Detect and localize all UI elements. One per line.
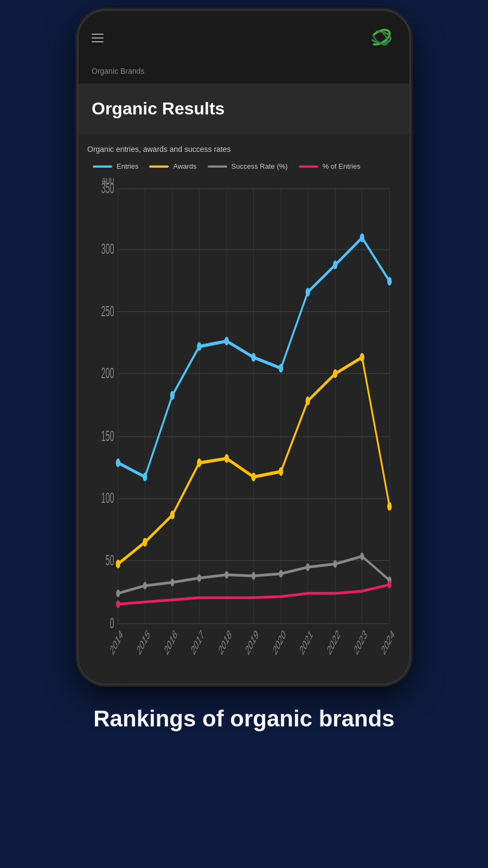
awards-dot-2021 (306, 397, 310, 405)
svg-text:300: 300 (101, 240, 114, 257)
menu-icon[interactable] (92, 34, 104, 42)
chart-legend: Entries Awards Success Rate (%) % of Ent… (87, 162, 401, 170)
page-title: Organic Results (92, 99, 396, 119)
sr-dot-2023 (360, 552, 364, 560)
sr-dot-2017 (197, 575, 201, 582)
svg-text:50: 50 (105, 551, 114, 568)
awards-dot-2015 (143, 538, 147, 546)
awards-dot-2018 (224, 454, 229, 463)
svg-text:2020: 2020 (272, 627, 287, 658)
sr-dot-2016 (170, 579, 174, 586)
awards-dot-2022 (333, 369, 337, 378)
awards-line (118, 358, 390, 564)
awards-dot-2017 (197, 458, 201, 467)
sr-dot-2015 (143, 582, 147, 590)
bottom-text-section: Rankings of organic brands (66, 684, 421, 743)
legend-entries: Entries (93, 162, 138, 170)
pct-entries-line (118, 585, 390, 604)
entries-dot-2023 (360, 233, 364, 242)
legend-entries-label: Entries (117, 162, 138, 170)
breadcrumb: Organic Brands (92, 67, 144, 75)
svg-text:2018: 2018 (217, 627, 233, 658)
line-chart: 0 50 100 150 200 250 300 350 400 2014 20… (87, 178, 401, 678)
phone-screen: Organic Brands Organic Results Organic e… (79, 11, 409, 684)
legend-awards-line (149, 165, 169, 168)
breadcrumb-bar: Organic Brands (79, 63, 409, 84)
svg-text:2015: 2015 (136, 627, 151, 658)
sr-dot-2019 (252, 572, 255, 580)
svg-text:200: 200 (101, 365, 114, 381)
sr-dot-2014 (116, 590, 120, 597)
svg-text:2022: 2022 (326, 627, 342, 658)
page-title-section: Organic Results (79, 84, 409, 134)
entries-dot-2014 (116, 458, 120, 467)
svg-text:2023: 2023 (352, 627, 368, 658)
logo-icon (364, 22, 396, 54)
svg-text:2021: 2021 (298, 627, 314, 658)
phone-frame: Organic Brands Organic Results Organic e… (79, 11, 409, 684)
entries-dot-2022 (333, 260, 337, 269)
chart-container: 0 50 100 150 200 250 300 350 400 2014 20… (87, 178, 401, 678)
entries-dot-2017 (197, 342, 201, 351)
awards-dot-2016 (170, 510, 175, 519)
svg-text:150: 150 (101, 427, 114, 444)
legend-success-rate-line (208, 165, 227, 168)
svg-text:400: 400 (102, 178, 114, 187)
legend-success-rate-label: Success Rate (%) (232, 162, 288, 170)
bottom-heading: Rankings of organic brands (93, 705, 394, 732)
entries-dot-2019 (251, 353, 255, 362)
legend-pct-entries-line (299, 165, 318, 168)
legend-entries-line (93, 165, 112, 168)
entries-dot-2020 (279, 364, 283, 373)
chart-section: Organic entries, awards and success rate… (79, 134, 409, 684)
awards-dot-2020 (279, 467, 283, 476)
awards-dot-2014 (116, 560, 120, 569)
svg-text:0: 0 (110, 615, 114, 631)
sr-dot-2022 (333, 560, 337, 568)
awards-dot-2023 (360, 353, 364, 362)
svg-text:2016: 2016 (163, 627, 178, 658)
entries-dot-2018 (224, 337, 229, 346)
pct-dot-2014 (116, 601, 120, 608)
legend-pct-entries: % of Entries (299, 162, 361, 170)
awards-dot-2024 (387, 502, 391, 510)
svg-text:2024: 2024 (380, 627, 396, 658)
entries-dot-2015 (143, 473, 147, 481)
legend-pct-entries-label: % of Entries (323, 162, 361, 170)
svg-point-0 (368, 27, 392, 48)
legend-awards: Awards (149, 162, 196, 170)
sr-dot-2020 (279, 570, 283, 578)
chart-subtitle: Organic entries, awards and success rate… (87, 145, 401, 154)
sr-dot-2021 (306, 564, 310, 571)
pct-dot-2024 (388, 581, 391, 589)
sr-dot-2018 (224, 571, 228, 579)
top-bar (79, 11, 409, 63)
entries-dot-2016 (170, 391, 175, 400)
entries-dot-2021 (306, 288, 310, 296)
legend-awards-label: Awards (173, 162, 196, 170)
svg-text:2019: 2019 (244, 627, 260, 658)
awards-dot-2019 (251, 473, 255, 481)
svg-text:2017: 2017 (190, 627, 206, 658)
entries-dot-2024 (387, 277, 391, 285)
svg-text:100: 100 (101, 489, 114, 506)
legend-success-rate: Success Rate (%) (208, 162, 288, 170)
svg-text:250: 250 (101, 302, 114, 319)
